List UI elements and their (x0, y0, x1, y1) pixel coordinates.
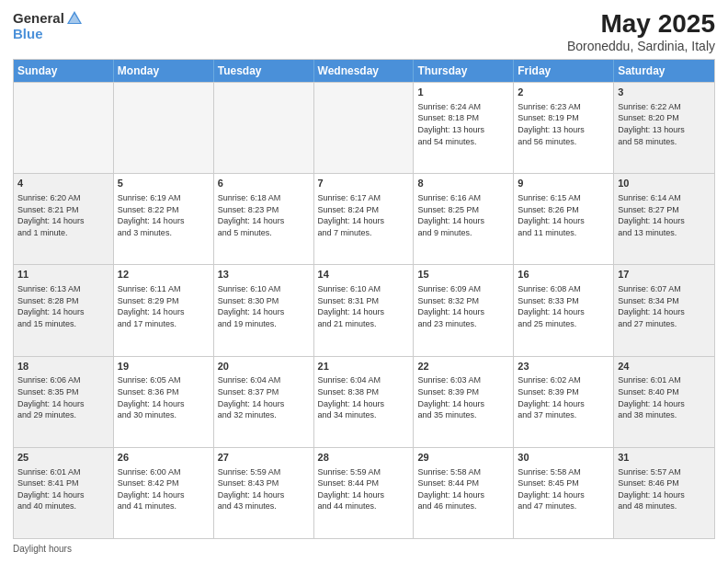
cell-day-number: 14 (318, 268, 410, 282)
cell-info: Sunrise: 6:17 AM Sunset: 8:24 PM Dayligh… (318, 192, 410, 238)
cell-day-number: 1 (417, 86, 509, 99)
calendar-cell: 5Sunrise: 6:19 AM Sunset: 8:22 PM Daylig… (114, 174, 214, 264)
daylight-hours-label: Daylight hours (13, 544, 72, 554)
cell-day-number: 24 (618, 360, 711, 373)
title-block: May 2025 Boroneddu, Sardinia, Italy (567, 9, 715, 53)
calendar-header-cell: Saturday (614, 60, 714, 82)
cell-day-number: 30 (518, 451, 609, 465)
cell-day-number: 17 (618, 268, 711, 282)
cell-info: Sunrise: 6:20 AM Sunset: 8:21 PM Dayligh… (17, 192, 109, 238)
cell-info: Sunrise: 6:01 AM Sunset: 8:40 PM Dayligh… (618, 374, 711, 420)
page: General Blue May 2025 Boroneddu, Sardini… (0, 0, 728, 563)
calendar-cell: 21Sunrise: 6:04 AM Sunset: 8:38 PM Dayli… (314, 357, 415, 447)
cell-day-number: 31 (618, 451, 711, 465)
calendar-cell: 23Sunrise: 6:02 AM Sunset: 8:39 PM Dayli… (514, 357, 614, 447)
calendar-cell: 28Sunrise: 5:59 AM Sunset: 8:44 PM Dayli… (314, 448, 415, 538)
cell-info: Sunrise: 6:04 AM Sunset: 8:37 PM Dayligh… (218, 374, 310, 420)
cell-day-number: 5 (118, 177, 210, 190)
cell-day-number: 3 (618, 86, 711, 99)
cell-info: Sunrise: 6:07 AM Sunset: 8:34 PM Dayligh… (618, 283, 711, 329)
calendar-cell: 31Sunrise: 5:57 AM Sunset: 8:46 PM Dayli… (614, 448, 714, 538)
calendar-cell: 12Sunrise: 6:11 AM Sunset: 8:29 PM Dayli… (114, 265, 214, 355)
calendar-header-cell: Thursday (414, 60, 514, 82)
cell-day-number: 23 (518, 360, 609, 373)
calendar-cell (214, 83, 314, 173)
cell-day-number: 28 (318, 451, 410, 465)
cell-info: Sunrise: 5:59 AM Sunset: 8:44 PM Dayligh… (318, 466, 410, 512)
cell-day-number: 25 (17, 451, 109, 465)
calendar-header-cell: Sunday (14, 60, 114, 82)
calendar-cell: 26Sunrise: 6:00 AM Sunset: 8:42 PM Dayli… (114, 448, 214, 538)
cell-day-number: 15 (417, 268, 509, 282)
calendar-cell: 14Sunrise: 6:10 AM Sunset: 8:31 PM Dayli… (314, 265, 415, 355)
calendar-week: 11Sunrise: 6:13 AM Sunset: 8:28 PM Dayli… (14, 264, 714, 355)
calendar-cell: 19Sunrise: 6:05 AM Sunset: 8:36 PM Dayli… (114, 357, 214, 447)
cell-info: Sunrise: 6:01 AM Sunset: 8:41 PM Dayligh… (17, 466, 109, 512)
cell-info: Sunrise: 6:06 AM Sunset: 8:35 PM Dayligh… (17, 374, 109, 420)
cell-info: Sunrise: 6:18 AM Sunset: 8:23 PM Dayligh… (218, 192, 310, 238)
footer-note: Daylight hours (13, 544, 715, 554)
cell-info: Sunrise: 6:04 AM Sunset: 8:38 PM Dayligh… (318, 374, 410, 420)
calendar-header-cell: Wednesday (314, 60, 415, 82)
calendar-header-cell: Monday (114, 60, 214, 82)
cell-day-number: 10 (618, 177, 711, 190)
cell-info: Sunrise: 5:59 AM Sunset: 8:43 PM Dayligh… (218, 466, 310, 512)
cell-day-number: 22 (417, 360, 509, 373)
calendar-cell: 25Sunrise: 6:01 AM Sunset: 8:41 PM Dayli… (14, 448, 114, 538)
cell-info: Sunrise: 6:00 AM Sunset: 8:42 PM Dayligh… (118, 466, 210, 512)
calendar-cell: 20Sunrise: 6:04 AM Sunset: 8:37 PM Dayli… (214, 357, 314, 447)
calendar-cell: 3Sunrise: 6:22 AM Sunset: 8:20 PM Daylig… (614, 83, 714, 173)
cell-info: Sunrise: 6:22 AM Sunset: 8:20 PM Dayligh… (618, 101, 711, 147)
calendar: SundayMondayTuesdayWednesdayThursdayFrid… (13, 59, 715, 539)
cell-info: Sunrise: 6:09 AM Sunset: 8:32 PM Dayligh… (417, 283, 509, 329)
calendar-week: 25Sunrise: 6:01 AM Sunset: 8:41 PM Dayli… (14, 447, 714, 538)
calendar-week: 4Sunrise: 6:20 AM Sunset: 8:21 PM Daylig… (14, 173, 714, 264)
cell-day-number: 13 (218, 268, 310, 282)
cell-info: Sunrise: 5:58 AM Sunset: 8:44 PM Dayligh… (417, 466, 509, 512)
logo: General Blue (13, 9, 83, 42)
calendar-cell: 15Sunrise: 6:09 AM Sunset: 8:32 PM Dayli… (414, 265, 514, 355)
cell-day-number: 29 (417, 451, 509, 465)
calendar-cell (114, 83, 214, 173)
cell-day-number: 9 (518, 177, 609, 190)
cell-day-number: 7 (318, 177, 410, 190)
calendar-cell: 29Sunrise: 5:58 AM Sunset: 8:44 PM Dayli… (414, 448, 514, 538)
calendar-cell: 30Sunrise: 5:58 AM Sunset: 8:45 PM Dayli… (514, 448, 614, 538)
calendar-cell: 16Sunrise: 6:08 AM Sunset: 8:33 PM Dayli… (514, 265, 614, 355)
cell-info: Sunrise: 6:16 AM Sunset: 8:25 PM Dayligh… (417, 192, 509, 238)
calendar-cell (14, 83, 114, 173)
cell-info: Sunrise: 6:23 AM Sunset: 8:19 PM Dayligh… (518, 101, 609, 147)
calendar-cell: 4Sunrise: 6:20 AM Sunset: 8:21 PM Daylig… (14, 174, 114, 264)
cell-day-number: 8 (417, 177, 509, 190)
cell-info: Sunrise: 6:02 AM Sunset: 8:39 PM Dayligh… (518, 374, 609, 420)
cell-day-number: 6 (218, 177, 310, 190)
calendar-cell: 10Sunrise: 6:14 AM Sunset: 8:27 PM Dayli… (614, 174, 714, 264)
cell-info: Sunrise: 6:15 AM Sunset: 8:26 PM Dayligh… (518, 192, 609, 238)
calendar-header-cell: Friday (514, 60, 614, 82)
cell-day-number: 21 (318, 360, 410, 373)
calendar-header-row: SundayMondayTuesdayWednesdayThursdayFrid… (14, 60, 714, 82)
cell-info: Sunrise: 6:13 AM Sunset: 8:28 PM Dayligh… (17, 283, 109, 329)
cell-day-number: 18 (17, 360, 109, 373)
cell-info: Sunrise: 6:05 AM Sunset: 8:36 PM Dayligh… (118, 374, 210, 420)
cell-day-number: 11 (17, 268, 109, 282)
calendar-cell: 6Sunrise: 6:18 AM Sunset: 8:23 PM Daylig… (214, 174, 314, 264)
calendar-cell: 27Sunrise: 5:59 AM Sunset: 8:43 PM Dayli… (214, 448, 314, 538)
calendar-cell: 7Sunrise: 6:17 AM Sunset: 8:24 PM Daylig… (314, 174, 415, 264)
logo-text-blue: Blue (13, 26, 43, 41)
main-title: May 2025 (567, 9, 715, 39)
logo-text-general: General (13, 11, 64, 25)
calendar-cell: 13Sunrise: 6:10 AM Sunset: 8:30 PM Dayli… (214, 265, 314, 355)
cell-info: Sunrise: 6:14 AM Sunset: 8:27 PM Dayligh… (618, 192, 711, 238)
cell-day-number: 26 (118, 451, 210, 465)
cell-info: Sunrise: 5:57 AM Sunset: 8:46 PM Dayligh… (618, 466, 711, 512)
calendar-header-cell: Tuesday (214, 60, 314, 82)
calendar-cell: 2Sunrise: 6:23 AM Sunset: 8:19 PM Daylig… (514, 83, 614, 173)
calendar-cell: 1Sunrise: 6:24 AM Sunset: 8:18 PM Daylig… (414, 83, 514, 173)
cell-info: Sunrise: 6:10 AM Sunset: 8:30 PM Dayligh… (218, 283, 310, 329)
cell-day-number: 2 (518, 86, 609, 99)
calendar-cell: 22Sunrise: 6:03 AM Sunset: 8:39 PM Dayli… (414, 357, 514, 447)
calendar-cell (314, 83, 415, 173)
cell-info: Sunrise: 6:11 AM Sunset: 8:29 PM Dayligh… (118, 283, 210, 329)
cell-day-number: 27 (218, 451, 310, 465)
